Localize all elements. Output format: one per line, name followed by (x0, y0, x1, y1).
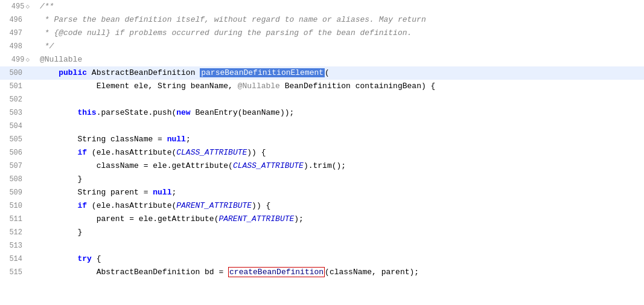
code-line: 513 (0, 239, 644, 252)
plain-token: Element ele, String beanName, (97, 82, 238, 91)
keyword-token: public (59, 68, 87, 77)
line-number: 506 (4, 146, 22, 159)
italic-class-token: PARENT_ATTRIBUTE (218, 214, 294, 223)
keyword-token: this (77, 108, 96, 117)
code-content: /** (35, 0, 644, 13)
line-number-gutter: 508 (0, 173, 35, 186)
indent-token (40, 82, 97, 91)
code-line: 496 * Parse the bean definition itself, … (0, 13, 644, 27)
line-number-gutter: 511 (0, 213, 35, 226)
line-number-gutter: 500 (0, 66, 35, 80)
plain-token: (ele.hasAttribute( (87, 201, 176, 210)
code-content: } (35, 173, 644, 186)
plain-token: ); (294, 214, 304, 223)
indent-token (40, 135, 77, 144)
plain-token: AbstractBeanDefinition (87, 68, 200, 77)
line-number-gutter: 509 (0, 186, 35, 199)
code-content: className = ele.getAttribute(CLASS_ATTRI… (35, 159, 644, 173)
plain-token: (className, parent); (325, 268, 419, 277)
plain-token: ).trim(); (304, 161, 346, 170)
line-number-gutter: 513 (0, 239, 35, 252)
line-number: 512 (4, 226, 22, 239)
code-line: 498 */ (0, 40, 644, 53)
line-number: 498 (4, 40, 22, 53)
line-number: 500 (4, 66, 22, 80)
indent-token (40, 68, 59, 77)
line-number-gutter: 501 (0, 80, 35, 93)
indent-token (40, 108, 77, 117)
keyword-token: null (153, 188, 171, 197)
line-number: 505 (4, 133, 22, 146)
line-number-gutter: 495◇ (0, 0, 35, 13)
code-line: 499◇@Nullable (0, 53, 644, 66)
keyword-token: new (176, 108, 190, 117)
line-number: 496 (4, 13, 22, 27)
code-line: 508 } (0, 173, 644, 186)
line-number: 502 (4, 93, 22, 106)
line-number-gutter: 502 (0, 93, 35, 106)
code-area: 495◇/**496 * Parse the bean definition i… (0, 0, 644, 305)
plain-token: String className = (77, 135, 167, 144)
code-line: 509 String parent = null; (0, 186, 644, 199)
code-line: 511 parent = ele.getAttribute(PARENT_ATT… (0, 213, 644, 226)
indent-token (40, 188, 77, 197)
code-content: Element ele, String beanName, @Nullable … (35, 80, 644, 93)
plain-token: (ele.hasAttribute( (87, 148, 176, 157)
code-line: 512 } (0, 226, 644, 239)
plain-token: ; (186, 135, 191, 144)
line-number-gutter: 515 (0, 266, 35, 279)
line-number: 501 (4, 80, 22, 93)
code-line: 510 if (ele.hasAttribute(PARENT_ATTRIBUT… (0, 199, 644, 213)
plain-token: )) { (247, 148, 266, 157)
code-content (35, 239, 644, 252)
comment-token: /** (40, 2, 54, 11)
plain-token: } (77, 228, 82, 237)
code-line: 515 AbstractBeanDefinition bd = createBe… (0, 266, 644, 279)
fold-arrow[interactable]: ◇ (25, 53, 30, 66)
code-content: if (ele.hasAttribute(CLASS_ATTRIBUTE)) { (35, 146, 644, 159)
code-line: 501 Element ele, String beanName, @Nulla… (0, 80, 644, 93)
indent-token (40, 228, 77, 237)
italic-class-token: CLASS_ATTRIBUTE (233, 161, 304, 170)
line-number: 510 (4, 199, 22, 213)
code-line: 497 * {@code null} if problems occurred … (0, 27, 644, 40)
plain-token: { (92, 254, 101, 263)
indent-token (40, 214, 97, 223)
plain-token: AbstractBeanDefinition bd = (97, 268, 228, 277)
keyword-token: null (167, 135, 186, 144)
method-box-token[interactable]: createBeanDefinition (228, 267, 325, 277)
line-number-gutter: 514 (0, 252, 35, 266)
code-content: try { (35, 252, 644, 266)
line-number-gutter: 499◇ (0, 53, 35, 66)
indent-token (40, 175, 77, 184)
keyword-token: if (77, 148, 87, 157)
plain-token: } (77, 175, 82, 184)
line-number-gutter: 504 (0, 120, 35, 133)
code-line: 502 (0, 93, 644, 106)
code-content: } (35, 226, 644, 239)
plain-token: .parseState.push( (97, 108, 177, 117)
code-content: * Parse the bean definition itself, with… (35, 13, 644, 27)
italic-class-token: CLASS_ATTRIBUTE (176, 148, 247, 157)
fold-arrow[interactable]: ◇ (25, 0, 30, 13)
plain-token: BeanDefinition containingBean) { (280, 82, 435, 91)
line-number: 503 (4, 106, 22, 120)
method-highlight-token[interactable]: parseBeanDefinitionElement (200, 68, 325, 77)
code-content (35, 120, 644, 133)
code-line: 500 public AbstractBeanDefinition parseB… (0, 66, 644, 80)
code-line: 505 String className = null; (0, 133, 644, 146)
line-number-gutter: 510 (0, 199, 35, 213)
code-content: parent = ele.getAttribute(PARENT_ATTRIBU… (35, 213, 644, 226)
code-line: 503 this.parseState.push(new BeanEntry(b… (0, 106, 644, 120)
line-number-gutter: 503 (0, 106, 35, 120)
keyword-token: try (77, 254, 91, 263)
plain-token: ( (325, 68, 330, 77)
indent-token (40, 201, 77, 210)
line-number: 514 (4, 252, 22, 266)
code-line: 514 try { (0, 252, 644, 266)
code-content: public AbstractBeanDefinition parseBeanD… (35, 66, 644, 80)
plain-token: parent = ele.getAttribute( (97, 214, 219, 223)
code-content: * {@code null} if problems occurred duri… (35, 27, 644, 40)
line-number-gutter: 505 (0, 133, 35, 146)
code-content: String parent = null; (35, 186, 644, 199)
